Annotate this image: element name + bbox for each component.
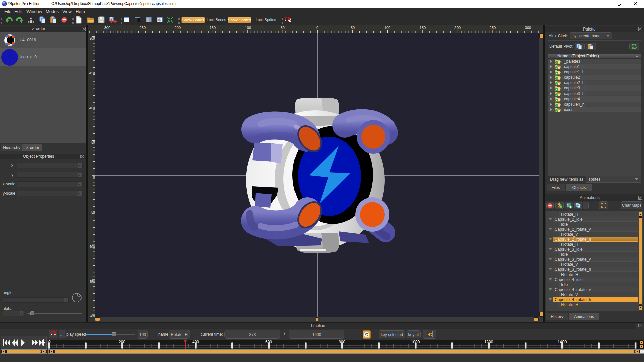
svg-text:150: 150 — [420, 26, 426, 30]
svg-text:800: 800 — [339, 340, 345, 344]
svg-text:0: 0 — [48, 340, 51, 344]
svg-text:150: 150 — [90, 280, 95, 284]
svg-text:-50: -50 — [90, 141, 95, 144]
svg-text:-100: -100 — [89, 106, 95, 110]
svg-text:250: 250 — [490, 26, 496, 30]
svg-text:600: 600 — [265, 340, 272, 344]
svg-text:1200: 1200 — [484, 340, 493, 344]
svg-text:-150: -150 — [208, 26, 216, 30]
svg-text:50: 50 — [91, 210, 95, 214]
svg-text:-300: -300 — [103, 26, 110, 30]
svg-text:100: 100 — [384, 26, 390, 30]
svg-text:0: 0 — [316, 26, 318, 30]
svg-text:-200: -200 — [173, 26, 181, 30]
svg-text:200: 200 — [454, 26, 461, 30]
svg-text:200: 200 — [90, 315, 95, 317]
svg-text:-250: -250 — [138, 26, 146, 30]
svg-text:-200: -200 — [89, 37, 95, 40]
svg-text:400: 400 — [192, 340, 199, 344]
svg-text:300: 300 — [525, 26, 531, 30]
svg-text:1400: 1400 — [558, 340, 567, 344]
svg-text:-100: -100 — [244, 26, 251, 30]
svg-text:200: 200 — [119, 340, 125, 344]
svg-text:0: 0 — [93, 176, 95, 179]
svg-text:50: 50 — [351, 26, 355, 30]
svg-text:-50: -50 — [279, 26, 285, 30]
svg-text:-150: -150 — [89, 71, 95, 75]
svg-text:100: 100 — [90, 245, 95, 249]
svg-text:1000: 1000 — [411, 340, 420, 344]
